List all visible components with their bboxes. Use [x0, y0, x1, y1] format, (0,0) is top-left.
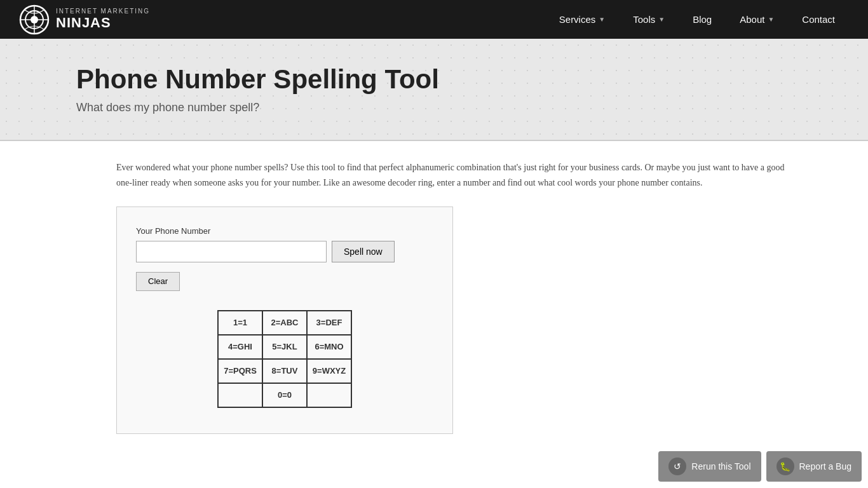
keypad-cell [307, 383, 351, 407]
keypad-cell: 8=TUV [262, 359, 307, 383]
nav-link-contact[interactable]: Contact [788, 0, 849, 39]
logo-text: INTERNET MARKETING NINJAS [56, 8, 150, 31]
nav-item-services: Services ▼ [545, 0, 619, 39]
clear-button[interactable]: Clear [136, 272, 180, 291]
nav-links: Services ▼ Tools ▼ Blog About ▼ Contact [545, 0, 849, 39]
nav-item-blog: Blog [679, 0, 726, 39]
nav-item-about: About ▼ [726, 0, 788, 39]
keypad-cell: 1=1 [218, 311, 262, 335]
keypad-row: 1=12=ABC3=DEF [218, 311, 351, 335]
nav-link-tools[interactable]: Tools ▼ [619, 0, 679, 39]
keypad-cell: 7=PQRS [218, 359, 262, 383]
tool-box: Your Phone Number Spell now Clear 1=12=A… [116, 207, 453, 434]
page-subtitle: What does my phone number spell? [76, 101, 836, 114]
page-title: Phone Number Spelling Tool [76, 64, 836, 95]
keypad-cell: 3=DEF [307, 311, 351, 335]
keypad-cell: 2=ABC [262, 311, 307, 335]
nav-link-services[interactable]: Services ▼ [545, 0, 619, 39]
input-row: Spell now [136, 241, 433, 262]
keypad-row: 0=0 [218, 383, 351, 407]
keypad-row: 4=GHI5=JKL6=MNO [218, 335, 351, 359]
footer-buttons: ↺ Rerun this Tool 🐛 Report a Bug [647, 445, 868, 453]
keypad-cell: 9=WXYZ [307, 359, 351, 383]
keypad-cell [218, 383, 262, 407]
spell-now-button[interactable]: Spell now [332, 241, 395, 262]
main-nav: INTERNET MARKETING NINJAS Services ▼ Too… [0, 0, 868, 39]
keypad-cell: 0=0 [262, 383, 307, 407]
keypad-cell: 6=MNO [307, 335, 351, 359]
keypad-cell: 4=GHI [218, 335, 262, 359]
main-content: Ever wondered what your phone number spe… [40, 141, 828, 453]
report-bug-button[interactable]: 🐛 Report a Bug [766, 451, 862, 453]
tools-dropdown-arrow: ▼ [658, 16, 665, 23]
about-dropdown-arrow: ▼ [768, 16, 774, 23]
keypad-cell: 5=JKL [262, 335, 307, 359]
nav-item-contact: Contact [788, 0, 849, 39]
keypad-wrapper: 1=12=ABC3=DEF4=GHI5=JKL6=MNO7=PQRS8=TUV9… [136, 310, 433, 408]
description-text: Ever wondered what your phone number spe… [116, 160, 796, 191]
keypad-table: 1=12=ABC3=DEF4=GHI5=JKL6=MNO7=PQRS8=TUV9… [217, 310, 352, 408]
logo-icon [19, 4, 50, 35]
nav-link-about[interactable]: About ▼ [726, 0, 788, 39]
phone-input[interactable] [136, 241, 327, 262]
phone-field-label: Your Phone Number [136, 226, 433, 236]
services-dropdown-arrow: ▼ [599, 16, 605, 23]
hero-banner: Phone Number Spelling Tool What does my … [0, 39, 868, 141]
nav-item-tools: Tools ▼ [619, 0, 679, 39]
rerun-button[interactable]: ↺ Rerun this Tool [658, 451, 761, 453]
keypad-row: 7=PQRS8=TUV9=WXYZ [218, 359, 351, 383]
nav-link-blog[interactable]: Blog [679, 0, 726, 39]
logo-link[interactable]: INTERNET MARKETING NINJAS [19, 4, 150, 35]
